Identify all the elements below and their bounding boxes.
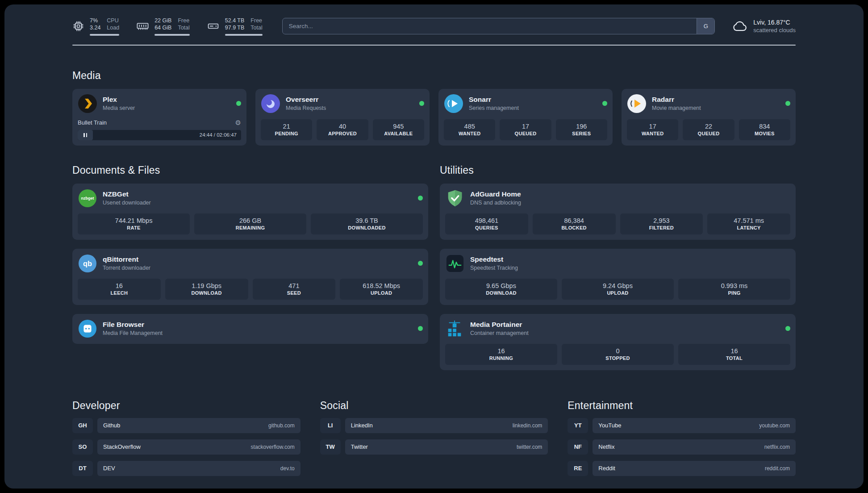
- topbar-divider: [72, 45, 796, 46]
- bookmark-url: stackoverflow.com: [251, 444, 295, 450]
- stat-tile: 834 MOVIES: [739, 119, 790, 140]
- bookmark-url: reddit.com: [765, 465, 790, 472]
- entertainment-section-title: Entertainment: [568, 400, 796, 412]
- stat-tile: 266 GB REMAINING: [194, 213, 306, 234]
- settings-gear-icon[interactable]: ⚙: [235, 119, 241, 127]
- stat-tile: 9.65 Gbps DOWNLOAD: [445, 279, 557, 300]
- service-description: Movie management: [652, 104, 701, 112]
- stat-label: RATE: [127, 225, 140, 230]
- service-description: Usenet downloader: [103, 199, 151, 207]
- stat-tile: 618.52 Mbps UPLOAD: [340, 279, 423, 300]
- stat-value: 22: [705, 123, 712, 130]
- stat-value: 17: [649, 123, 656, 130]
- portainer-card[interactable]: Media Portainer Container management 16 …: [440, 314, 796, 370]
- bookmark-name: DEV: [103, 465, 115, 472]
- stat-label: PENDING: [275, 131, 298, 136]
- sonarr-card[interactable]: Sonarr Series management 485 WANTED 17 Q…: [438, 89, 613, 146]
- filebrowser-icon: [78, 319, 97, 338]
- sonarr-icon: [444, 94, 463, 113]
- pause-button[interactable]: [78, 130, 93, 140]
- speedtest-card[interactable]: Speedtest Speedtest Tracking 9.65 Gbps D…: [440, 249, 796, 305]
- bookmark-netflix[interactable]: NF Netflix netflix.com: [568, 439, 796, 455]
- stat-value: 39.6 TB: [355, 217, 378, 224]
- overseerr-icon: [261, 94, 280, 113]
- stat-tile: 485 WANTED: [444, 119, 495, 140]
- stat-value: 21: [283, 123, 290, 130]
- stat-label: PING: [728, 290, 740, 296]
- social-section-title: Social: [320, 400, 548, 412]
- cpu-icon: [72, 20, 84, 32]
- section-utilities: Utilities: [440, 164, 796, 370]
- stat-label: QUEUED: [698, 131, 720, 136]
- bookmark-name: Reddit: [598, 465, 615, 472]
- svg-text:nzbget: nzbget: [81, 196, 94, 201]
- stat-value: 9.65 Gbps: [486, 282, 516, 289]
- overseerr-card[interactable]: Overseerr Media Requests 21 PENDING 40 A…: [255, 89, 430, 146]
- media-section-title: Media: [72, 70, 796, 82]
- status-dot: [418, 196, 423, 201]
- bookmark-url: netflix.com: [764, 444, 790, 450]
- now-playing-title: Bullet Train: [78, 119, 107, 126]
- stat-label: STOPPED: [605, 355, 630, 361]
- weather-location: Lviv, 16.87°C: [753, 18, 796, 27]
- service-description: Container management: [470, 330, 529, 337]
- qbittorrent-card[interactable]: qb qBittorrent Torrent downloader: [72, 249, 428, 305]
- bookmark-group-entertainment: Entertainment YT YouTube youtube.com NF …: [568, 400, 796, 476]
- stat-value: 40: [339, 123, 346, 130]
- bookmark-github[interactable]: GH Github github.com: [72, 418, 300, 433]
- speedtest-icon: [445, 254, 465, 273]
- playback-progress-bar[interactable]: 24:44 / 02:06:47: [78, 130, 241, 140]
- stat-tile: 39.6 TB DOWNLOADED: [311, 213, 423, 234]
- stat-label: QUERIES: [475, 225, 498, 230]
- radarr-card[interactable]: Radarr Movie management 17 WANTED 22 QUE…: [622, 89, 796, 146]
- adguard-card[interactable]: AdGuard Home DNS and adblocking 498,461 …: [440, 184, 796, 240]
- stat-tile: 9.24 Gbps UPLOAD: [562, 279, 674, 300]
- stat-label: SERIES: [572, 131, 591, 136]
- cpu-label-2: Load: [107, 24, 119, 31]
- stat-label: LATENCY: [737, 225, 761, 230]
- service-description: Series management: [469, 104, 519, 112]
- bookmark-reddit[interactable]: RE Reddit reddit.com: [568, 461, 796, 476]
- stat-value: 945: [393, 123, 404, 130]
- plex-card[interactable]: Plex Media server Bullet Train ⚙ 24:44: [72, 89, 246, 146]
- stat-tile: 40 APPROVED: [317, 119, 368, 140]
- bookmark-twitter[interactable]: TW Twitter twitter.com: [320, 439, 548, 455]
- stat-tile: 1.19 Gbps DOWNLOAD: [165, 279, 248, 300]
- cpu-progress-bar: [90, 34, 119, 36]
- service-name: Sonarr: [469, 95, 519, 104]
- stat-label: DOWNLOAD: [191, 290, 221, 296]
- stat-value: 2,953: [653, 217, 669, 224]
- disk-icon: [207, 20, 220, 33]
- ram-label-1: Free: [178, 17, 189, 24]
- stat-label: APPROVED: [328, 131, 357, 136]
- service-name: Speedtest: [470, 255, 518, 264]
- dashboard: 7% 3.24 CPU Load: [4, 4, 864, 489]
- bookmark-abbr: TW: [320, 439, 341, 455]
- stat-value: 834: [759, 123, 770, 130]
- bookmark-abbr: YT: [568, 418, 588, 433]
- cpu-load-value: 3.24: [90, 24, 100, 31]
- stat-label: FILTERED: [649, 225, 674, 230]
- ram-free-value: 22 GiB: [154, 17, 171, 24]
- disk-progress-bar: [225, 34, 263, 36]
- service-name: qBittorrent: [103, 255, 150, 264]
- weather-condition: scattered clouds: [753, 26, 796, 34]
- search-provider-button[interactable]: G: [697, 18, 714, 34]
- ram-total-value: 64 GiB: [154, 24, 171, 31]
- plex-icon: [78, 94, 97, 113]
- service-description: Media File Management: [103, 330, 163, 337]
- bookmark-dev[interactable]: DT DEV dev.to: [72, 461, 300, 476]
- bookmark-youtube[interactable]: YT YouTube youtube.com: [568, 418, 796, 433]
- bookmark-name: LinkedIn: [351, 422, 373, 429]
- weather-widget: Lviv, 16.87°C scattered clouds: [732, 18, 796, 34]
- nzbget-card[interactable]: nzbget NZBGet Usenet downloader 74: [72, 184, 428, 240]
- search-input[interactable]: [283, 23, 697, 29]
- filebrowser-card[interactable]: File Browser Media File Management: [72, 314, 428, 344]
- stat-value: 16: [116, 282, 123, 289]
- bookmark-stackoverflow[interactable]: SO StackOverflow stackoverflow.com: [72, 439, 300, 455]
- disk-label-2: Total: [250, 24, 262, 31]
- stat-tile: 16 TOTAL: [678, 344, 790, 365]
- stat-value: 0.993 ms: [721, 282, 748, 289]
- bookmark-linkedin[interactable]: LI LinkedIn linkedin.com: [320, 418, 548, 433]
- service-description: Media server: [103, 104, 135, 112]
